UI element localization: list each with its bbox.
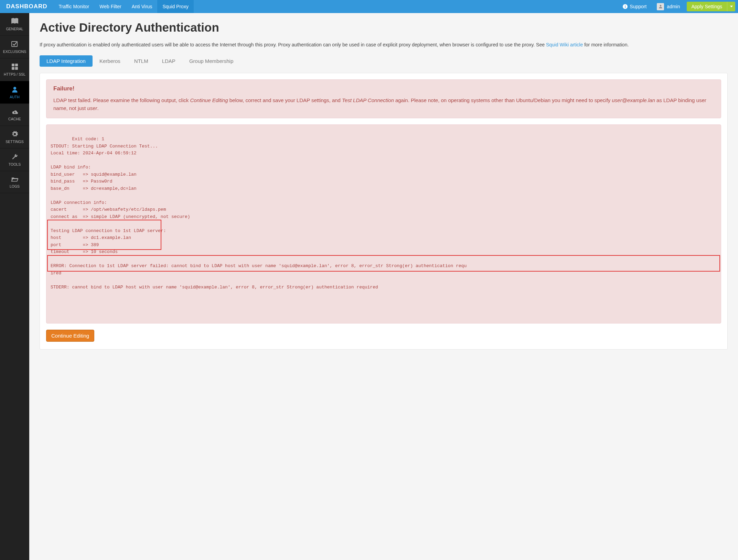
avatar-icon bbox=[657, 3, 664, 10]
page-title: Active Directory Authentication bbox=[40, 21, 728, 34]
continue-editing-button[interactable]: Continue Editing bbox=[46, 330, 94, 342]
sidebar-label: EXCLUSIONS bbox=[3, 50, 26, 54]
tab-ldap-integration[interactable]: LDAP Integration bbox=[40, 55, 93, 67]
support-link[interactable]: i Support bbox=[618, 0, 652, 13]
auth-tabs: LDAP Integration Kerberos NTLM LDAP Grou… bbox=[40, 55, 728, 67]
pre-text: Exit code: 1 STDOUT: Starting LDAP Conne… bbox=[51, 136, 467, 290]
alert-em: user@example.lan bbox=[612, 97, 655, 103]
brand-logo[interactable]: DASHBOARD bbox=[0, 0, 54, 13]
sidebar-item-logs[interactable]: LOGS bbox=[0, 171, 29, 193]
grid-icon bbox=[11, 63, 18, 70]
tab-ldap[interactable]: LDAP bbox=[155, 55, 182, 67]
content-panel: Failure! LDAP test failed. Please examin… bbox=[40, 73, 728, 350]
sidebar-item-general[interactable]: GENERAL bbox=[0, 13, 29, 36]
desc-text: for more information. bbox=[583, 42, 629, 47]
alert-text: again. Please note, on operating systems… bbox=[394, 97, 612, 103]
cloud-download-icon bbox=[11, 109, 19, 115]
sidebar-label: HTTPS / SSL bbox=[4, 72, 25, 76]
failure-alert: Failure! LDAP test failed. Please examin… bbox=[46, 79, 721, 118]
apply-settings-dropdown[interactable] bbox=[727, 2, 735, 11]
sidebar-item-auth[interactable]: AUTH bbox=[0, 81, 29, 104]
sidebar-item-cache[interactable]: CACHE bbox=[0, 104, 29, 126]
chevron-down-icon bbox=[730, 5, 733, 8]
user-menu[interactable]: admin bbox=[652, 0, 685, 13]
nav-anti-virus[interactable]: Anti Virus bbox=[127, 0, 158, 13]
sidebar-item-https-ssl[interactable]: HTTPS / SSL bbox=[0, 58, 29, 81]
svg-rect-2 bbox=[12, 64, 14, 66]
nav-web-filter[interactable]: Web Filter bbox=[94, 0, 127, 13]
sidebar-item-exclusions[interactable]: EXCLUSIONS bbox=[0, 36, 29, 58]
alert-text: . bbox=[97, 105, 99, 111]
squid-wiki-link[interactable]: Squid Wiki article bbox=[546, 42, 583, 47]
alert-em: Continue Editing bbox=[190, 97, 228, 103]
gear-icon bbox=[11, 131, 18, 138]
apply-settings-group: Apply Settings bbox=[685, 0, 738, 13]
alert-em: user bbox=[87, 105, 97, 111]
left-sidebar: GENERAL EXCLUSIONS HTTPS / SSL AUTH CACH… bbox=[0, 13, 29, 560]
svg-rect-5 bbox=[15, 67, 18, 70]
sidebar-label: SETTINGS bbox=[6, 140, 24, 144]
nav-squid-proxy[interactable]: Squid Proxy bbox=[157, 0, 193, 13]
svg-rect-4 bbox=[12, 67, 14, 70]
alert-body: LDAP test failed. Please examine the fol… bbox=[53, 96, 714, 112]
check-square-icon bbox=[11, 41, 19, 47]
svg-point-0 bbox=[660, 5, 662, 7]
folder-open-icon bbox=[11, 176, 19, 182]
info-icon: i bbox=[623, 4, 628, 9]
ldap-test-output: Exit code: 1 STDOUT: Starting LDAP Conne… bbox=[46, 124, 721, 324]
user-name: admin bbox=[667, 4, 680, 9]
apply-settings-button[interactable]: Apply Settings bbox=[687, 2, 727, 11]
alert-text: LDAP test failed. Please examine the fol… bbox=[53, 97, 190, 103]
wrench-icon bbox=[11, 153, 18, 160]
alert-title: Failure! bbox=[53, 85, 714, 92]
tab-ntlm[interactable]: NTLM bbox=[127, 55, 155, 67]
sidebar-item-tools[interactable]: TOOLS bbox=[0, 149, 29, 171]
tab-kerberos[interactable]: Kerberos bbox=[93, 55, 127, 67]
sidebar-label: AUTH bbox=[10, 95, 20, 99]
page-description: If proxy authentication is enabled only … bbox=[40, 41, 728, 48]
tab-group-membership[interactable]: Group Membership bbox=[182, 55, 240, 67]
main-content: Active Directory Authentication If proxy… bbox=[29, 13, 738, 560]
user-icon bbox=[11, 86, 18, 93]
alert-em: Test LDAP Connection bbox=[342, 97, 394, 103]
sidebar-label: GENERAL bbox=[6, 27, 23, 31]
top-navbar: DASHBOARD Traffic Monitor Web Filter Ant… bbox=[0, 0, 738, 13]
svg-rect-3 bbox=[15, 64, 18, 66]
desc-text: If proxy authentication is enabled only … bbox=[40, 42, 546, 47]
sidebar-label: LOGS bbox=[10, 184, 20, 188]
sidebar-label: TOOLS bbox=[9, 162, 21, 166]
sidebar-label: CACHE bbox=[8, 117, 21, 121]
sidebar-item-settings[interactable]: SETTINGS bbox=[0, 126, 29, 149]
book-icon bbox=[11, 18, 19, 25]
nav-traffic-monitor[interactable]: Traffic Monitor bbox=[54, 0, 95, 13]
svg-point-6 bbox=[13, 87, 16, 90]
support-label: Support bbox=[630, 4, 646, 9]
alert-text: below, correct and save your LDAP settin… bbox=[228, 97, 342, 103]
